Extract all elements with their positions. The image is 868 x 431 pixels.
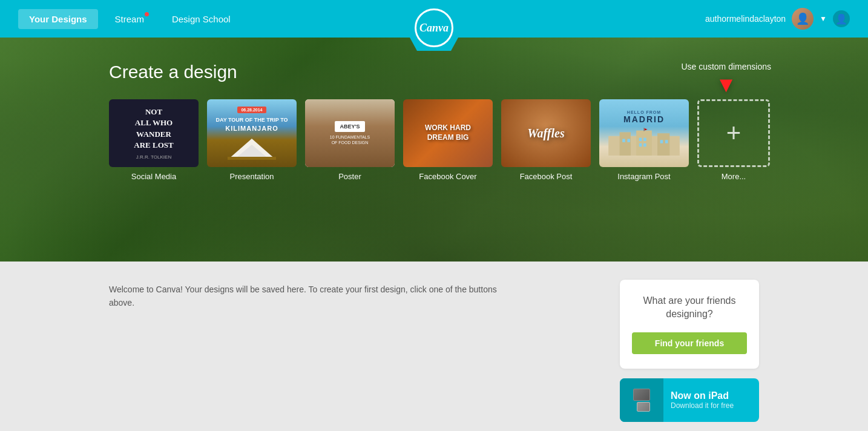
card-poster[interactable]: ABEY'S 10 FUNDAMENTALS OF FOOD DESIGN Po… [305, 99, 395, 181]
header-right: authormelindaclayton 👤 ▼ 👤 [705, 8, 850, 30]
card-facebook-cover[interactable]: WORK HARD DREAM BIG Facebook Cover [403, 99, 493, 181]
friends-card: What are your friends designing? Find yo… [620, 280, 759, 369]
card-label-facebook-cover: Facebook Cover [419, 172, 476, 181]
svg-rect-15 [643, 128, 645, 131]
main-nav: Your Designs Stream Design School [18, 9, 242, 29]
hero-content: Create a design NOT ALL WHO WANDER ARE L… [0, 38, 868, 205]
mountain-graphic [228, 136, 276, 160]
svg-rect-9 [639, 137, 642, 141]
ipad-card-title: Now on iPad [671, 390, 734, 401]
svg-rect-4 [620, 132, 631, 156]
welcome-text: Welcome to Canva! Your designs will be s… [109, 283, 521, 310]
svg-rect-13 [660, 140, 663, 143]
nav-your-designs[interactable]: Your Designs [18, 9, 98, 29]
svg-rect-11 [639, 143, 642, 146]
ipad-thumbnail [620, 378, 663, 422]
svg-marker-16 [645, 128, 648, 130]
find-friends-button[interactable]: Find your friends [632, 332, 747, 354]
card-more[interactable]: + More... [697, 99, 770, 181]
madrid-building-graphic [603, 127, 685, 157]
svg-rect-5 [636, 130, 652, 155]
nav-design-school[interactable]: Design School [161, 9, 242, 29]
ipad-card[interactable]: Now on iPad Download it for free [620, 378, 759, 422]
card-label-presentation: Presentation [230, 172, 274, 181]
card-social-media[interactable]: NOT ALL WHO WANDER ARE LOST J.R.R. TOLKI… [109, 99, 199, 181]
hero-section: Use custom dimensions ▼ Create a design … [0, 38, 868, 262]
card-label-instagram-post: Instagram Post [617, 172, 670, 181]
svg-rect-10 [643, 137, 646, 141]
friends-card-title: What are your friends designing? [632, 294, 747, 321]
card-label-social-media: Social Media [131, 172, 176, 181]
svg-rect-7 [622, 139, 625, 142]
card-label-poster: Poster [338, 172, 361, 181]
card-thumb-instagram-post: HELLO FROM MADRID [599, 99, 689, 167]
header: Your Designs Stream Design School Canva … [0, 0, 868, 38]
svg-rect-14 [665, 140, 668, 143]
card-thumb-more: + [697, 99, 770, 167]
card-instagram-post[interactable]: HELLO FROM MADRID [599, 99, 689, 181]
main-content: Welcome to Canva! Your designs will be s… [0, 262, 868, 431]
svg-rect-12 [643, 143, 646, 146]
card-thumb-presentation: 06.28.2014 DAY TOUR OF THE TRIP TO KILIM… [207, 99, 297, 167]
notification-dot [145, 12, 149, 16]
add-user-icon[interactable]: 👤 [833, 10, 850, 27]
design-cards-row: NOT ALL WHO WANDER ARE LOST J.R.R. TOLKI… [109, 99, 759, 181]
svg-rect-8 [627, 139, 630, 142]
card-thumb-facebook-cover: WORK HARD DREAM BIG [403, 99, 493, 167]
card-presentation[interactable]: 06.28.2014 DAY TOUR OF THE TRIP TO KILIM… [207, 99, 297, 181]
card-label-facebook-post: Facebook Post [520, 172, 573, 181]
avatar[interactable]: 👤 [792, 8, 814, 30]
card-thumb-facebook-post: Waffles [501, 99, 591, 167]
user-dropdown-arrow[interactable]: ▼ [820, 15, 827, 23]
content-right: What are your friends designing? Find yo… [620, 280, 759, 431]
user-name: authormelindaclayton [705, 14, 786, 24]
card-thumb-poster: ABEY'S 10 FUNDAMENTALS OF FOOD DESIGN [305, 99, 395, 167]
canva-logo[interactable]: Canva [415, 8, 453, 47]
content-left: Welcome to Canva! Your designs will be s… [109, 280, 602, 431]
svg-rect-2 [228, 157, 276, 160]
card-facebook-post[interactable]: Waffles Facebook Post [501, 99, 591, 181]
ipad-card-subtitle: Download it for free [671, 401, 734, 410]
ipad-card-text: Now on iPad Download it for free [663, 390, 741, 410]
create-title: Create a design [109, 62, 759, 82]
plus-icon: + [726, 120, 741, 146]
svg-rect-6 [657, 133, 669, 156]
nav-stream[interactable]: Stream [104, 9, 155, 29]
card-label-more: More... [722, 172, 746, 181]
card-thumb-social-media: NOT ALL WHO WANDER ARE LOST J.R.R. TOLKI… [109, 99, 199, 167]
